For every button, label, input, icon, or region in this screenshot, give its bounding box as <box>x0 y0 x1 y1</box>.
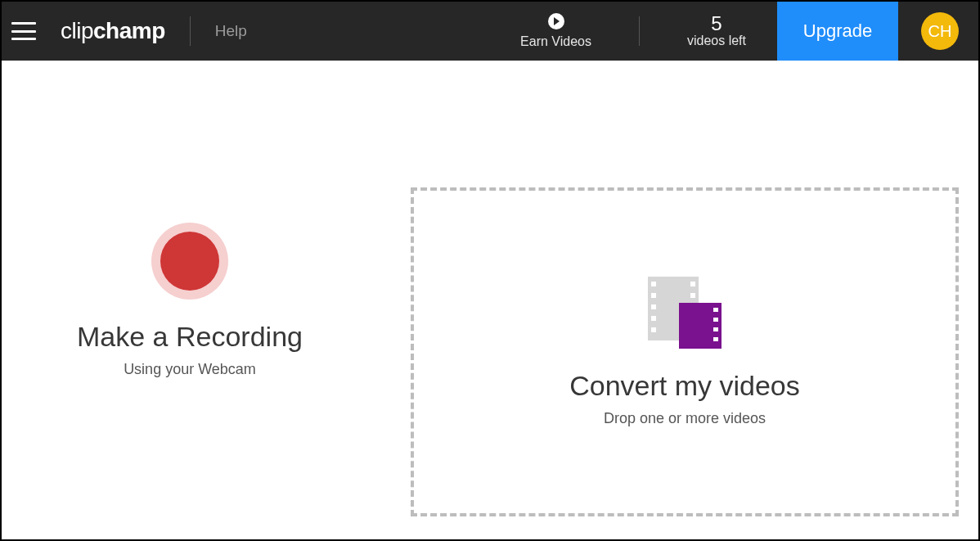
menu-icon[interactable] <box>11 22 36 40</box>
film-icon <box>648 277 722 349</box>
logo-left: clip <box>61 18 93 43</box>
make-recording-card[interactable]: Make a Recording Using your Webcam <box>2 61 378 539</box>
separator <box>190 16 191 46</box>
record-subtitle: Using your Webcam <box>124 361 256 378</box>
convert-subtitle: Drop one or more videos <box>604 410 766 427</box>
upgrade-button[interactable]: Upgrade <box>777 2 898 61</box>
main-area: Make a Recording Using your Webcam Conve… <box>2 61 978 539</box>
separator <box>639 16 640 46</box>
earn-videos-label: Earn Videos <box>520 34 591 49</box>
logo-right: champ <box>93 18 165 43</box>
help-link[interactable]: Help <box>215 22 247 40</box>
app-header: clipchamp Help Earn Videos 5 videos left… <box>2 2 978 61</box>
play-icon <box>548 13 564 29</box>
videos-count: 5 <box>711 14 722 34</box>
convert-title: Convert my videos <box>569 370 800 402</box>
record-title: Make a Recording <box>77 321 303 353</box>
videos-left-counter: 5 videos left <box>687 14 746 48</box>
videos-left-label: videos left <box>687 34 746 48</box>
record-icon <box>151 223 228 300</box>
avatar[interactable]: CH <box>921 12 959 50</box>
earn-videos-button[interactable]: Earn Videos <box>520 13 591 49</box>
logo[interactable]: clipchamp <box>61 18 165 44</box>
convert-dropzone[interactable]: Convert my videos Drop one or more video… <box>411 187 959 516</box>
